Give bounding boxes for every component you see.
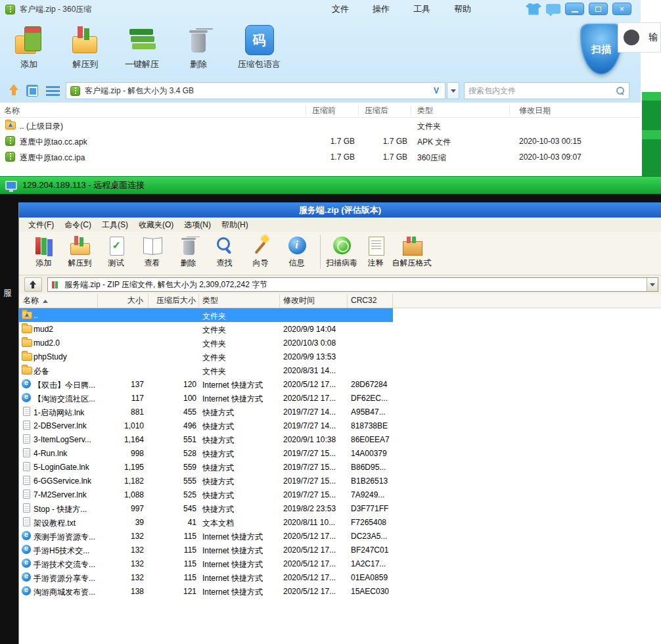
file-row[interactable]: 淘游商城发布资... 138 121 Internet 快捷方式 2020/5/… bbox=[19, 584, 661, 598]
up-folder-button[interactable] bbox=[24, 277, 42, 292]
header-separator bbox=[411, 105, 411, 115]
minimize-button[interactable] bbox=[565, 3, 584, 15]
winrar-toolbar: 添加 解压到 测试 查看 删除 bbox=[19, 232, 661, 275]
file-type: 文件夹 bbox=[202, 366, 226, 377]
zip360-toolbar-button[interactable]: 解压到 bbox=[68, 25, 103, 70]
skin-icon[interactable] bbox=[526, 3, 541, 15]
close-button[interactable]: × bbox=[612, 3, 631, 15]
winrar-window-title: 服务端.zip (评估版本) bbox=[299, 204, 381, 216]
zip360-toolbar-button[interactable]: 一键解压 bbox=[125, 25, 159, 70]
column-packed[interactable]: 压缩后大小 bbox=[148, 294, 199, 308]
column-mtime[interactable]: 修改时间 bbox=[280, 294, 348, 308]
maximize-button[interactable] bbox=[589, 3, 608, 15]
up-folder-icon[interactable] bbox=[8, 84, 20, 97]
zip360-menu-item[interactable]: 帮助 bbox=[454, 3, 471, 15]
file-icon bbox=[22, 559, 31, 568]
file-row[interactable]: 2-DBServer.lnk 1,010 496 快捷方式 2019/7/27 … bbox=[19, 419, 661, 432]
column-size-after[interactable]: 压缩后 bbox=[365, 105, 388, 116]
winrar-titlebar[interactable]: 服务端.zip (评估版本) bbox=[19, 202, 661, 218]
column-size[interactable]: 大小 bbox=[98, 294, 148, 308]
remote-desktop-icon bbox=[5, 181, 17, 190]
file-row[interactable]: 7-M2Server.lnk 1,088 525 快捷方式 2019/7/27 … bbox=[19, 488, 661, 501]
zip360-toolbar-button[interactable]: 添加 bbox=[12, 25, 46, 70]
column-name[interactable]: 名称 bbox=[19, 294, 98, 308]
header-separator bbox=[509, 105, 510, 115]
winrar-toolbar-button[interactable]: 添加 bbox=[26, 235, 62, 269]
file-row[interactable]: 3-ItemLogServ... 1,164 551 快捷方式 2020/9/1… bbox=[19, 432, 661, 446]
search-input[interactable] bbox=[468, 86, 616, 95]
toolbar-label: 扫描病毒 bbox=[326, 258, 357, 269]
file-row[interactable]: 手游技术交流专... 132 115 Internet 快捷方式 2020/5/… bbox=[19, 557, 661, 570]
lang-icon-glyph: 码 bbox=[246, 26, 273, 55]
file-row[interactable]: Stop - 快捷方... 997 545 快捷方式 2019/8/2 23:5… bbox=[19, 501, 661, 515]
toolbar-label: 查看 bbox=[145, 258, 160, 269]
file-packed-size: 455 bbox=[148, 407, 196, 417]
toolbar-label: 添加 bbox=[20, 58, 37, 70]
winrar-toolbar-button[interactable]: 注释 bbox=[357, 235, 394, 269]
file-row[interactable]: 手游H5技术交... 132 115 Internet 快捷方式 2020/5/… bbox=[19, 543, 661, 557]
winrar-menu-item[interactable]: 工具(S) bbox=[97, 219, 133, 231]
file-row[interactable]: 6-GGService.lnk 1,182 555 快捷方式 2019/7/27… bbox=[19, 474, 661, 488]
column-type[interactable]: 类型 bbox=[199, 294, 280, 308]
search-icon[interactable] bbox=[616, 86, 625, 95]
winrar-menu-item[interactable]: 选项(N) bbox=[179, 219, 216, 231]
file-row[interactable]: .. (上级目录) 文件夹 bbox=[0, 118, 641, 133]
combo-dropdown-button[interactable] bbox=[647, 278, 658, 291]
list-view-icon[interactable] bbox=[46, 86, 60, 96]
file-row[interactable]: 【双击】今日腾... 137 120 Internet 快捷方式 2020/5/… bbox=[19, 377, 661, 391]
winrar-menu-item[interactable]: 帮助(H) bbox=[216, 219, 254, 231]
file-row[interactable]: 手游资源分享专... 132 115 Internet 快捷方式 2020/5/… bbox=[19, 570, 661, 584]
file-row[interactable]: 架设教程.txt 39 41 文本文档 2020/8/11 10... F726… bbox=[19, 515, 661, 529]
file-row[interactable]: mud2.0 文件夹 2020/10/3 0:08 bbox=[19, 336, 661, 350]
zip360-menu-item[interactable]: 操作 bbox=[373, 3, 390, 15]
column-type[interactable]: 类型 bbox=[417, 105, 433, 116]
file-row[interactable]: phpStudy 文件夹 2020/9/9 13:53 bbox=[19, 350, 661, 363]
column-date[interactable]: 修改日期 bbox=[519, 105, 551, 116]
column-name[interactable]: 名称 bbox=[4, 105, 20, 116]
file-row[interactable]: 逐鹿中原tao.cc.ipa 1.7 GB 1.7 GB 360压缩 2020-… bbox=[0, 149, 641, 165]
toolbar-icon bbox=[141, 235, 164, 257]
winrar-toolbar-button[interactable]: 向导 bbox=[242, 235, 279, 269]
feedback-icon[interactable] bbox=[546, 4, 560, 14]
view-mode-icon[interactable] bbox=[26, 85, 38, 97]
address-dropdown-button[interactable] bbox=[447, 82, 459, 99]
file-row[interactable]: 1-启动网站.lnk 881 455 快捷方式 2019/7/27 14... … bbox=[19, 405, 661, 419]
winrar-menu-item[interactable]: 命令(C) bbox=[59, 219, 97, 231]
winrar-menu-item[interactable]: 文件(F) bbox=[23, 219, 59, 231]
column-size-before[interactable]: 压缩前 bbox=[312, 105, 336, 116]
winrar-toolbar-button[interactable]: 信息 bbox=[279, 235, 315, 269]
column-crc32[interactable]: CRC32 bbox=[348, 294, 393, 308]
file-row[interactable]: 必备 文件夹 2020/8/31 14... bbox=[19, 363, 661, 377]
archive-path-box[interactable]: 客户端.zip - 解包大小为 3.4 GB V bbox=[66, 82, 445, 99]
winrar-toolbar-button[interactable]: 解压到 bbox=[62, 235, 98, 269]
archive-path-combo[interactable]: 服务端.zip - ZIP 压缩文件, 解包大小为 2,309,072,242 … bbox=[47, 277, 658, 292]
file-row[interactable]: mud2 文件夹 2020/9/9 14:04 bbox=[19, 322, 661, 336]
address-v-badge[interactable]: V bbox=[434, 86, 439, 95]
file-row[interactable]: .. 文件夹 bbox=[19, 308, 661, 322]
file-mtime: 2020/5/12 17... bbox=[283, 394, 336, 403]
rdp-titlebar[interactable]: 129.204.189.113 - 远程桌面连接 bbox=[0, 176, 661, 194]
search-box[interactable] bbox=[464, 82, 629, 99]
winrar-menu-item[interactable]: 收藏夹(O) bbox=[133, 219, 179, 231]
file-row[interactable]: 逐鹿中原tao.cc.apk 1.7 GB 1.7 GB APK 文件 2020… bbox=[0, 133, 641, 149]
file-row[interactable]: 亲测手游资源专... 132 115 Internet 快捷方式 2020/5/… bbox=[19, 529, 661, 543]
toolbar-icon: 码 bbox=[245, 25, 274, 55]
winrar-toolbar-button[interactable]: 删除 bbox=[170, 235, 206, 269]
winrar-toolbar-button[interactable]: 查看 bbox=[134, 235, 170, 269]
file-row[interactable]: 4-Run.lnk 998 528 快捷方式 2019/7/27 15... 1… bbox=[19, 446, 661, 460]
file-packed-size: 120 bbox=[148, 380, 196, 389]
file-mtime: 2020/9/1 10:38 bbox=[283, 435, 336, 444]
zip360-menu-item[interactable]: 文件 bbox=[332, 3, 349, 15]
winrar-toolbar-button[interactable]: 测试 bbox=[98, 235, 134, 269]
file-row[interactable]: 5-LoginGate.lnk 1,195 559 快捷方式 2019/7/27… bbox=[19, 460, 661, 474]
file-icon bbox=[5, 122, 16, 129]
zip360-toolbar-button[interactable]: 删除 bbox=[181, 25, 216, 70]
file-icon bbox=[23, 407, 30, 416]
winrar-toolbar-button[interactable]: 查找 bbox=[206, 235, 242, 269]
zip360-menu-item[interactable]: 工具 bbox=[413, 3, 430, 15]
zip360-toolbar-button[interactable]: 码 压缩包语言 bbox=[238, 25, 281, 70]
winrar-toolbar-button[interactable]: 扫描病毒 bbox=[320, 235, 357, 269]
file-row[interactable]: 【淘游交流社区... 117 100 Internet 快捷方式 2020/5/… bbox=[19, 391, 661, 405]
toolbar-label: 一键解压 bbox=[125, 58, 159, 70]
winrar-toolbar-button[interactable]: 自解压格式 bbox=[394, 235, 430, 269]
